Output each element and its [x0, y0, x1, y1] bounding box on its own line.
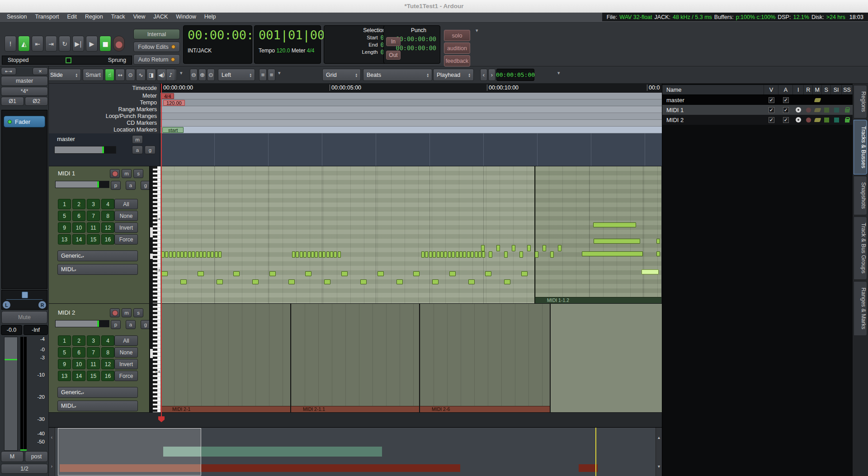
midi1-channel-15[interactable]: 16 [101, 234, 114, 245]
midi2-bank-dropdown[interactable]: Generic ▴▾ [57, 387, 138, 398]
midi-note[interactable] [558, 245, 561, 251]
midi1-channel-9[interactable]: 10 [72, 222, 85, 233]
midi1-automation-button[interactable]: a [126, 181, 136, 190]
midi-note[interactable] [433, 251, 436, 258]
midi-note[interactable] [504, 279, 510, 284]
sidebar-tab-0[interactable]: Regions [854, 85, 867, 118]
play[interactable]: ▶ [86, 36, 98, 52]
solo-safe-lock-icon[interactable] [845, 119, 849, 123]
ruler-label-cd-markers[interactable]: CD Markers [49, 120, 160, 127]
punch-out-button[interactable]: Out [386, 51, 401, 60]
midi2-channel-7[interactable]: 8 [101, 347, 114, 358]
menu-item-2[interactable]: Edit [63, 13, 81, 21]
midi-note[interactable] [203, 251, 206, 258]
master-gain-slider[interactable] [54, 146, 116, 154]
draw-automation-tool[interactable]: ∿ [136, 69, 146, 81]
output-button[interactable]: 1/2 [1, 464, 48, 474]
shuttle-handle[interactable] [66, 57, 71, 63]
solo-safe-lock-icon[interactable] [845, 109, 849, 113]
go-start[interactable]: ⇤ [32, 36, 43, 52]
midi-input-icon[interactable] [796, 117, 801, 123]
active-checkbox[interactable]: ✓ [783, 117, 789, 123]
midi2-gain-slider[interactable] [55, 320, 109, 327]
menu-item-4[interactable]: Track [107, 13, 129, 21]
location-markers-ruler[interactable]: start [160, 127, 662, 133]
midi-note[interactable] [440, 251, 443, 258]
grid-unit-dropdown[interactable]: Beats ▴▾ [363, 69, 432, 81]
solo-isolate-icon[interactable] [834, 118, 839, 123]
midi-note[interactable] [322, 251, 326, 258]
midi2-device-dropdown[interactable]: MIDI ▴▾ [57, 401, 138, 411]
midi-note[interactable] [475, 251, 478, 258]
midi-note[interactable] [413, 271, 420, 276]
midi-note[interactable] [456, 251, 459, 258]
menu-item-6[interactable]: JACK [149, 13, 172, 21]
midi2-record-arm-button[interactable] [110, 308, 120, 317]
midi-note[interactable] [504, 251, 508, 258]
summary-zoom-buttons[interactable]: ▴ ▾ [656, 428, 662, 476]
metronome[interactable]: ◭ [18, 36, 30, 52]
midi1-device-dropdown[interactable]: MIDI ▴▾ [57, 264, 138, 275]
note-edit-button[interactable]: ♪ [166, 69, 175, 81]
midi1-record-arm-button[interactable] [110, 169, 120, 178]
midi-note[interactable] [161, 251, 165, 258]
solo-state-icon[interactable] [824, 118, 829, 123]
zoom-chevron-icon[interactable]: ▾ [278, 70, 281, 76]
primary-clock[interactable]: 00:00:00:00 INT/JACK [183, 25, 252, 64]
zoom-tool[interactable]: ⊙ [126, 69, 135, 81]
midi-note[interactable] [468, 279, 475, 284]
midi-note[interactable] [437, 251, 440, 258]
shuttle-control[interactable]: Stopped Sprung [2, 56, 132, 65]
midi2-channel-action-1[interactable]: None [114, 347, 138, 358]
range-markers-ruler[interactable] [160, 106, 662, 113]
grab-tool[interactable]: ☝ [105, 69, 114, 81]
midi1-track-header[interactable]: MIDI 1 m s p a g 12345678910111213141516… [49, 166, 160, 304]
midi2-channel-15[interactable]: 16 [101, 371, 114, 381]
toolbar-chevron-icon[interactable]: ▾ [557, 70, 560, 76]
midi-note[interactable] [324, 279, 330, 284]
midi1-piano-keyboard[interactable]: C4 C3 [153, 166, 160, 303]
tools-chevron-icon[interactable]: ▾ [180, 70, 183, 76]
midi1-playlist-button[interactable]: p [111, 181, 121, 190]
midi1-channel-0[interactable]: 1 [58, 199, 71, 209]
midi-note[interactable] [448, 251, 451, 258]
midi-note[interactable] [485, 271, 491, 276]
range-tool[interactable]: ↔ [115, 69, 125, 81]
midi-panic[interactable]: ! [5, 36, 16, 52]
midi2-region-2-label[interactable]: MIDI 2-1.1 [291, 406, 419, 412]
meter-marker[interactable]: 4/4 [161, 93, 174, 99]
menu-item-5[interactable]: View [129, 13, 149, 21]
record-state-icon[interactable] [806, 108, 811, 113]
stop[interactable]: ■ [99, 36, 111, 52]
menu-item-8[interactable]: Help [200, 13, 220, 21]
midi1-gain-slider[interactable] [55, 181, 109, 188]
midi-note[interactable] [292, 251, 295, 258]
midi-note[interactable] [300, 251, 303, 258]
midi-note[interactable] [527, 245, 531, 251]
visible-checkbox[interactable]: ✓ [769, 97, 774, 103]
midi-note[interactable] [489, 251, 492, 258]
midi-note[interactable] [425, 251, 428, 258]
midi-note[interactable] [478, 251, 481, 258]
midi-note[interactable] [169, 251, 172, 258]
sync-internal-button[interactable]: Internal [133, 29, 180, 39]
playhead-line[interactable] [161, 84, 162, 419]
midi-note[interactable] [211, 251, 214, 258]
midi1-channel-action-0[interactable]: All [114, 199, 138, 209]
session-summary[interactable]: ‹ › ▴ ▾ [49, 427, 662, 476]
midi-note[interactable] [521, 271, 528, 276]
master-track-name[interactable]: master [57, 136, 75, 142]
midi-note[interactable] [449, 271, 456, 276]
midi1-channel-11[interactable]: 12 [101, 222, 114, 233]
midi-note[interactable] [542, 245, 546, 251]
tempo-marker[interactable]: 120.00 [163, 100, 185, 106]
col-input[interactable]: I [793, 85, 804, 94]
midi-note[interactable] [421, 251, 425, 258]
midi1-channel-3[interactable]: 4 [101, 199, 114, 209]
summary-view-rectangle[interactable] [58, 428, 201, 476]
solo-isolate-icon[interactable] [834, 108, 839, 113]
midi2-region-1[interactable]: MIDI 2-1 [160, 304, 291, 412]
auto-return-button[interactable]: Auto Return [133, 54, 180, 65]
track-height-button[interactable]: ≡ [268, 69, 275, 81]
sidebar-tab-3[interactable]: Track & Bus Groups [854, 217, 867, 280]
